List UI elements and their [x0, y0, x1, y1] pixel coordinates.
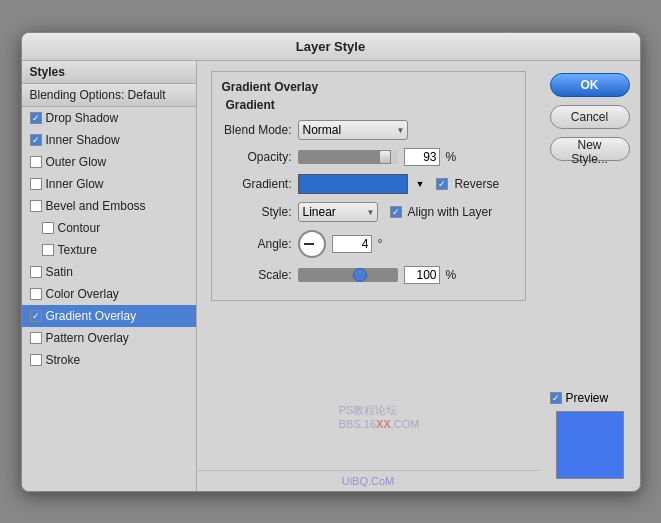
angle-dial[interactable]: [298, 230, 326, 258]
right-buttons-panel: OK Cancel New Style... Preview: [540, 61, 640, 491]
blend-mode-label: Blend Mode:: [222, 123, 292, 137]
reverse-label: Reverse: [454, 177, 499, 191]
scale-slider[interactable]: [298, 268, 398, 282]
angle-degree: °: [378, 237, 383, 251]
blend-mode-row: Blend Mode: Normal Dissolve Multiply Scr…: [222, 120, 515, 140]
styles-header: Styles: [22, 61, 196, 84]
gradient-overlay-checkbox[interactable]: [30, 310, 42, 322]
color-overlay-checkbox[interactable]: [30, 288, 42, 300]
texture-checkbox[interactable]: [42, 244, 54, 256]
gradient-preview[interactable]: [298, 174, 408, 194]
stroke-checkbox[interactable]: [30, 354, 42, 366]
section-title: Gradient Overlay: [222, 80, 515, 94]
scale-label: Scale:: [222, 268, 292, 282]
sidebar-item-drop-shadow[interactable]: Drop Shadow: [22, 107, 196, 129]
bottom-watermark: UiBQ.CoM: [197, 470, 540, 491]
style-row: Style: Linear Radial Angle Reflected Dia…: [222, 202, 515, 222]
scale-input[interactable]: 100: [404, 266, 440, 284]
angle-row: Angle: 4 °: [222, 230, 515, 258]
watermark-line1: PS教程论坛: [339, 403, 420, 418]
sidebar-item-inner-shadow[interactable]: Inner Shadow: [22, 129, 196, 151]
sidebar-item-color-overlay[interactable]: Color Overlay: [22, 283, 196, 305]
ok-button[interactable]: OK: [550, 73, 630, 97]
inner-shadow-label: Inner Shadow: [46, 133, 120, 147]
pattern-overlay-label: Pattern Overlay: [46, 331, 129, 345]
watermark: PS教程论坛 BBS.16XX.COM: [339, 403, 420, 430]
style-select[interactable]: Linear Radial Angle Reflected Diamond: [298, 202, 378, 222]
drop-shadow-checkbox[interactable]: [30, 112, 42, 124]
outer-glow-checkbox[interactable]: [30, 156, 42, 168]
texture-label: Texture: [58, 243, 97, 257]
bevel-emboss-label: Bevel and Emboss: [46, 199, 146, 213]
stroke-label: Stroke: [46, 353, 81, 367]
gradient-row: Gradient: ▼ Reverse: [222, 174, 515, 194]
opacity-input[interactable]: 93: [404, 148, 440, 166]
watermark-highlight: XX: [376, 418, 391, 430]
blending-options-label: Blending Options: Default: [30, 88, 166, 102]
align-layer-label: Align with Layer: [408, 205, 493, 219]
sidebar-item-gradient-overlay[interactable]: Gradient Overlay: [22, 305, 196, 327]
gradient-overlay-label: Gradient Overlay: [46, 309, 137, 323]
inner-shadow-checkbox[interactable]: [30, 134, 42, 146]
sidebar-item-stroke[interactable]: Stroke: [22, 349, 196, 371]
opacity-label: Opacity:: [222, 150, 292, 164]
inner-glow-label: Inner Glow: [46, 177, 104, 191]
contour-checkbox[interactable]: [42, 222, 54, 234]
left-panel: Styles Blending Options: Default Drop Sh…: [22, 61, 197, 491]
sidebar-item-texture[interactable]: Texture: [22, 239, 196, 261]
gradient-dropdown-arrow[interactable]: ▼: [416, 179, 425, 189]
sidebar-item-contour[interactable]: Contour: [22, 217, 196, 239]
sub-section-title: Gradient: [222, 98, 515, 112]
opacity-percent: %: [446, 150, 457, 164]
dialog-title: Layer Style: [22, 33, 640, 61]
style-label: Style:: [222, 205, 292, 219]
layer-style-dialog: Layer Style Styles Blending Options: Def…: [21, 32, 641, 492]
satin-label: Satin: [46, 265, 73, 279]
satin-checkbox[interactable]: [30, 266, 42, 278]
contour-label: Contour: [58, 221, 101, 235]
sidebar-item-bevel-emboss[interactable]: Bevel and Emboss: [22, 195, 196, 217]
blend-mode-select[interactable]: Normal Dissolve Multiply Screen Overlay: [298, 120, 408, 140]
new-style-button[interactable]: New Style...: [550, 137, 630, 161]
preview-box: [556, 411, 624, 479]
style-select-wrapper: Linear Radial Angle Reflected Diamond ▼: [298, 202, 378, 222]
scale-percent: %: [446, 268, 457, 282]
blend-mode-select-wrapper: Normal Dissolve Multiply Screen Overlay …: [298, 120, 408, 140]
scale-row: Scale: 100 %: [222, 266, 515, 284]
angle-indicator: [304, 243, 314, 245]
pattern-overlay-checkbox[interactable]: [30, 332, 42, 344]
sidebar-item-pattern-overlay[interactable]: Pattern Overlay: [22, 327, 196, 349]
inner-glow-checkbox[interactable]: [30, 178, 42, 190]
reverse-checkbox[interactable]: [436, 178, 448, 190]
drop-shadow-label: Drop Shadow: [46, 111, 119, 125]
sidebar-item-outer-glow[interactable]: Outer Glow: [22, 151, 196, 173]
color-overlay-label: Color Overlay: [46, 287, 119, 301]
angle-input[interactable]: 4: [332, 235, 372, 253]
preview-label-row: Preview: [550, 391, 609, 405]
opacity-row: Opacity: 93 %: [222, 148, 515, 166]
watermark-post: .COM: [391, 418, 420, 430]
preview-checkbox[interactable]: [550, 392, 562, 404]
watermark-line2: BBS.16XX.COM: [339, 418, 420, 430]
cancel-button[interactable]: Cancel: [550, 105, 630, 129]
gradient-label: Gradient:: [222, 177, 292, 191]
sidebar-item-satin[interactable]: Satin: [22, 261, 196, 283]
sidebar-item-blending-options[interactable]: Blending Options: Default: [22, 84, 196, 107]
bevel-emboss-checkbox[interactable]: [30, 200, 42, 212]
watermark-pre: BBS.16: [339, 418, 376, 430]
preview-section: Preview: [550, 391, 630, 479]
preview-label: Preview: [566, 391, 609, 405]
angle-label: Angle:: [222, 237, 292, 251]
sidebar-item-inner-glow[interactable]: Inner Glow: [22, 173, 196, 195]
align-layer-checkbox[interactable]: [390, 206, 402, 218]
opacity-slider[interactable]: [298, 150, 398, 164]
outer-glow-label: Outer Glow: [46, 155, 107, 169]
